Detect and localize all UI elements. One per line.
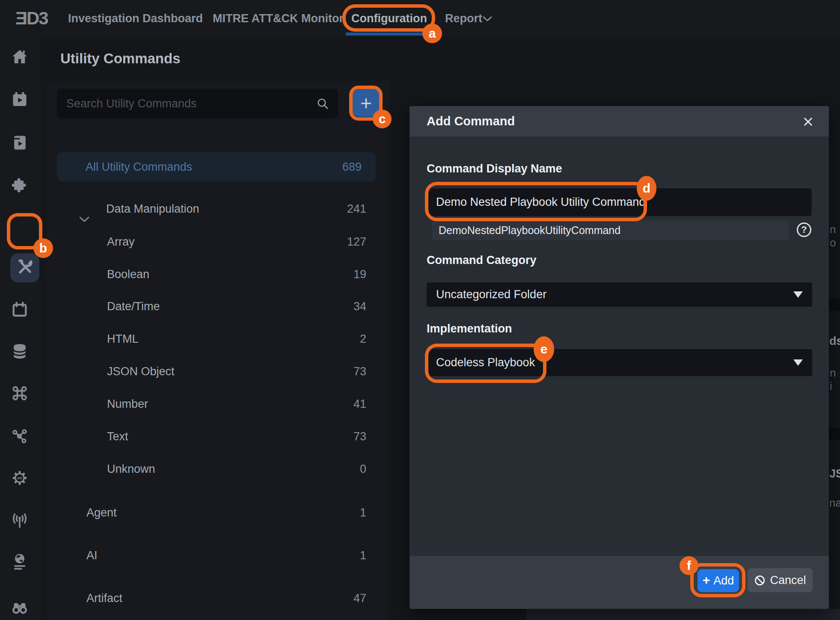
tree-item-label: Array <box>107 227 135 256</box>
app-root: ƎD3 Investigation Dashboard MITRE ATT&CK… <box>0 0 840 620</box>
background-divider <box>829 428 840 440</box>
ban-icon <box>754 575 766 586</box>
nav-mitre-attack-monitor[interactable]: MITRE ATT&CK Monitor <box>213 0 344 37</box>
tree-item-label: Unknown <box>107 454 155 484</box>
puzzle-piece-icon <box>10 176 29 196</box>
chevron-down-icon <box>482 16 493 24</box>
tree-item-label: Text <box>107 422 128 451</box>
sidebar-item-scheduled-playbooks[interactable] <box>0 86 39 115</box>
tree-item-html[interactable]: HTML 2 <box>47 324 390 353</box>
modal-cancel-button[interactable]: Cancel <box>748 568 813 592</box>
clipped-background-text: ds <box>829 335 840 348</box>
category-dropdown[interactable]: Uncategorized Folder <box>427 282 812 307</box>
search-icon <box>316 97 329 112</box>
tree-item-count: 19 <box>353 260 366 289</box>
sidebar-item-database[interactable] <box>0 338 39 367</box>
display-name-input[interactable] <box>427 188 812 216</box>
sidebar-item-calendar[interactable] <box>0 296 39 325</box>
implementation-dropdown[interactable]: Codeless Playbook <box>427 349 812 376</box>
globe-lines-icon <box>10 552 30 574</box>
share-nodes-icon <box>10 427 29 447</box>
top-navigation-bar: ƎD3 Investigation Dashboard MITRE ATT&CK… <box>0 0 840 37</box>
sidebar-item-playbooks[interactable] <box>0 129 39 158</box>
modal-header: Add Command <box>410 106 829 136</box>
sidebar-item-investigate[interactable] <box>0 593 39 620</box>
tree-item-agent[interactable]: Agent 1 <box>47 498 390 527</box>
tree-item-json-object[interactable]: JSON Object 73 <box>47 357 390 386</box>
internal-name-input[interactable] <box>432 220 789 240</box>
page-title: Utility Commands <box>60 50 181 67</box>
tree-item-count: 127 <box>347 227 366 256</box>
tree-item-count: 1 <box>360 541 366 570</box>
tree-item-label: JSON Object <box>107 357 175 386</box>
tree-item-label: AI <box>86 541 98 570</box>
tree-item-number[interactable]: Number 41 <box>47 389 390 418</box>
add-command-modal: Add Command Command Display Name ? Comma… <box>410 106 829 609</box>
sidebar-item-command[interactable] <box>0 380 39 409</box>
nav-report[interactable]: Report <box>445 0 482 37</box>
left-icon-sidebar: API <box>0 37 39 620</box>
nav-configuration[interactable]: Configuration <box>351 0 427 37</box>
implementation-dropdown-value: Codeless Playbook <box>436 356 535 369</box>
nav-investigation-dashboard[interactable]: Investigation Dashboard <box>68 0 203 37</box>
database-icon <box>10 342 29 362</box>
background-panel-strip <box>526 609 840 620</box>
tree-item-count: 241 <box>347 194 366 223</box>
tree-item-unknown[interactable]: Unknown 0 <box>47 454 390 484</box>
tree-item-label: Artifact <box>86 584 122 613</box>
modal-title: Add Command <box>427 106 515 136</box>
sidebar-item-api[interactable]: API <box>0 464 39 493</box>
tree-item-data-manipulation[interactable]: Data Manipulation 241 <box>47 194 390 223</box>
sidebar-item-utility-commands-selected[interactable] <box>10 253 39 282</box>
clipped-background-text: n o <box>830 223 840 249</box>
calendar-play-icon <box>10 90 29 111</box>
clipped-background-text: JS <box>829 467 840 481</box>
sidebar-item-home[interactable] <box>0 43 39 72</box>
add-command-button[interactable]: + <box>352 89 380 117</box>
caret-down-icon <box>793 359 803 366</box>
sidebar-item-broadcast[interactable] <box>0 507 39 536</box>
svg-text:API: API <box>17 476 22 480</box>
cancel-button-label: Cancel <box>770 574 806 587</box>
book-play-icon <box>10 133 29 154</box>
tree-item-count: 1 <box>360 498 366 527</box>
command-key-icon <box>10 384 29 404</box>
tree-item-count: 2 <box>360 324 366 353</box>
calendar-icon <box>10 300 29 321</box>
close-icon[interactable] <box>802 116 814 129</box>
binoculars-icon <box>10 598 29 618</box>
tree-item-all-utility-commands[interactable]: All Utility Commands 689 <box>57 152 376 181</box>
tree-item-count: 34 <box>353 292 366 321</box>
plus-icon: + <box>703 573 710 587</box>
api-gear-icon: API <box>10 469 29 489</box>
sidebar-item-integrations[interactable] <box>0 172 39 201</box>
caret-down-icon <box>793 291 803 298</box>
tree-item-label: All Utility Commands <box>86 152 192 181</box>
tree-item-count: 41 <box>353 389 366 418</box>
category-dropdown-value: Uncategorized Folder <box>436 288 546 301</box>
sidebar-item-connections[interactable] <box>0 422 39 451</box>
home-icon <box>10 47 29 68</box>
search-input[interactable] <box>57 89 338 119</box>
tree-item-label: HTML <box>107 324 139 353</box>
tree-item-artifact[interactable]: Artifact 47 <box>47 584 390 613</box>
tree-item-ai[interactable]: AI 1 <box>47 541 390 570</box>
tree-item-boolean[interactable]: Boolean 19 <box>47 260 390 289</box>
tree-item-label: Date/Time <box>107 292 160 321</box>
clipped-background-text: nat <box>829 496 840 510</box>
tree-item-label: Data Manipulation <box>106 194 199 223</box>
tree-item-label: Boolean <box>107 260 149 289</box>
help-icon[interactable]: ? <box>797 222 811 237</box>
sidebar-item-web[interactable] <box>0 549 39 578</box>
tree-item-array[interactable]: Array 127 <box>47 227 390 256</box>
category-label: Command Category <box>427 254 537 267</box>
background-divider <box>829 299 840 311</box>
modal-add-button[interactable]: + Add <box>698 569 739 592</box>
tree-item-count: 689 <box>342 152 362 181</box>
tree-item-count: 73 <box>353 422 366 451</box>
active-tab-underline <box>346 33 434 36</box>
utility-commands-panel: + All Utility Commands 689 Data Manipula… <box>47 81 390 620</box>
tree-item-text[interactable]: Text 73 <box>47 422 390 451</box>
tree-item-date-time[interactable]: Date/Time 34 <box>47 292 390 321</box>
d3-logo[interactable]: ƎD3 <box>15 0 48 37</box>
